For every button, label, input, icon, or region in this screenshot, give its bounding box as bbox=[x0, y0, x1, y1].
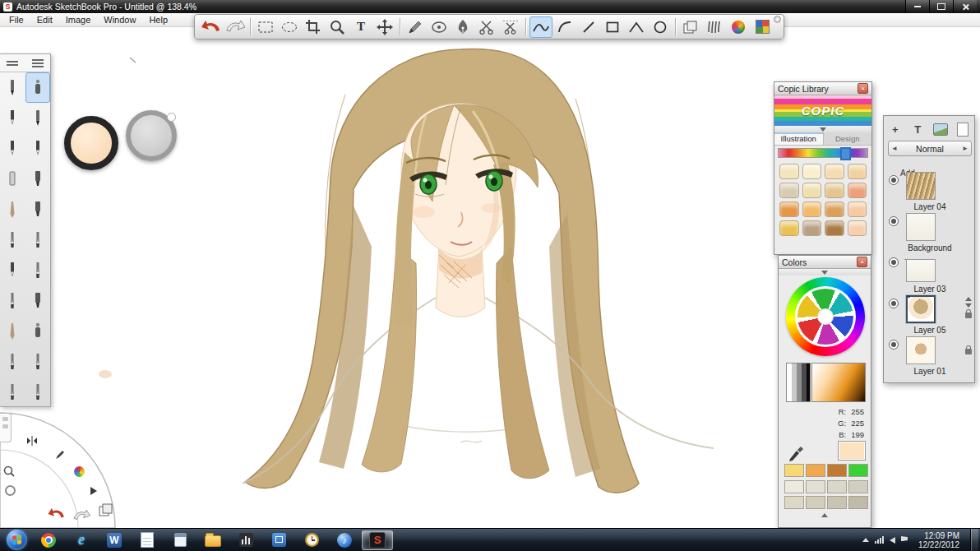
copic-swatch[interactable] bbox=[802, 183, 822, 198]
close-button[interactable] bbox=[953, 0, 977, 13]
brush-pencil[interactable] bbox=[0, 72, 25, 103]
layer-row-04[interactable]: Layer 04 bbox=[886, 170, 973, 211]
color-wheel[interactable] bbox=[786, 277, 865, 356]
move-layer-down-icon[interactable] bbox=[965, 303, 972, 308]
copic-panel-header[interactable]: Copic Library × bbox=[774, 82, 871, 95]
arc-tool[interactable] bbox=[553, 16, 576, 38]
layer-visibility-icon[interactable] bbox=[889, 340, 899, 350]
layer-row-05-selected[interactable]: Layer 05 bbox=[886, 294, 973, 335]
copic-swatch[interactable] bbox=[848, 183, 867, 198]
grayscale-picker[interactable] bbox=[786, 363, 811, 402]
copic-swatch[interactable] bbox=[848, 164, 867, 179]
taskbar-app-internet-explorer[interactable]: e bbox=[66, 530, 97, 550]
copic-swatch[interactable] bbox=[848, 220, 867, 236]
colors-expand-strip[interactable] bbox=[779, 513, 871, 517]
taskbar-app-clock[interactable] bbox=[296, 530, 327, 550]
hue-selection-marker[interactable] bbox=[840, 147, 851, 160]
brush-pencil-2[interactable] bbox=[25, 103, 51, 133]
current-color-swatch[interactable] bbox=[838, 441, 866, 461]
magnifier-puck-icon[interactable] bbox=[3, 465, 15, 477]
menu-image[interactable]: Image bbox=[59, 15, 98, 25]
colors-close-icon[interactable]: × bbox=[857, 257, 867, 267]
copic-swatch[interactable] bbox=[779, 220, 799, 236]
layer-thumbnail[interactable] bbox=[906, 172, 936, 200]
import-image-button[interactable] bbox=[932, 122, 949, 137]
taskbar-app-folder[interactable] bbox=[197, 530, 229, 550]
copic-swatch[interactable] bbox=[848, 201, 867, 217]
layer-visibility-icon[interactable] bbox=[889, 257, 899, 267]
brush-flat-2[interactable] bbox=[0, 285, 25, 316]
play-flick-icon[interactable] bbox=[90, 487, 97, 495]
layer-thumbnail[interactable] bbox=[906, 213, 936, 241]
redo-tool[interactable] bbox=[224, 16, 247, 38]
layer-thumbnail[interactable] bbox=[906, 295, 936, 323]
undo-tool[interactable] bbox=[200, 16, 223, 38]
copic-swatch[interactable] bbox=[779, 201, 799, 217]
brush-pen-4[interactable] bbox=[0, 255, 25, 285]
layer-visibility-icon[interactable] bbox=[889, 299, 899, 308]
brush-flat-4[interactable] bbox=[25, 377, 51, 407]
taskbar-app-word[interactable]: W bbox=[99, 530, 130, 550]
brush-palette-tool[interactable] bbox=[703, 16, 726, 38]
text-layer-button[interactable]: T bbox=[909, 122, 926, 137]
brush-round-2[interactable] bbox=[25, 225, 51, 255]
color-swatch[interactable] bbox=[827, 464, 847, 477]
prev-blend-icon[interactable]: ◄ bbox=[889, 145, 900, 152]
layer-visibility-icon[interactable] bbox=[889, 216, 899, 226]
line-tool[interactable] bbox=[577, 16, 600, 38]
brush-round-3[interactable] bbox=[0, 346, 25, 377]
copic-hue-strip[interactable] bbox=[778, 148, 868, 158]
color-swatch[interactable] bbox=[784, 496, 804, 509]
blend-mode-selector[interactable]: ◄ Normal ► bbox=[888, 141, 972, 156]
copic-swatch[interactable] bbox=[825, 183, 844, 198]
brush-eraser[interactable] bbox=[0, 164, 25, 194]
color-swatch[interactable] bbox=[848, 480, 868, 493]
rectangle-tool[interactable] bbox=[601, 16, 624, 38]
layer-lock-icon[interactable] bbox=[965, 349, 972, 354]
brush-airbrush-selected[interactable] bbox=[25, 72, 51, 103]
network-icon[interactable] bbox=[875, 536, 884, 544]
lagoon-handle[interactable] bbox=[0, 413, 12, 442]
color-swatch[interactable] bbox=[848, 464, 868, 477]
brush-pen-3[interactable] bbox=[25, 133, 51, 164]
new-page-button[interactable] bbox=[955, 122, 971, 137]
colors-collapse-strip[interactable] bbox=[779, 269, 871, 276]
brush-flat-3[interactable] bbox=[0, 377, 25, 407]
brush-round-4[interactable] bbox=[25, 346, 51, 377]
taskbar-app-chrome[interactable] bbox=[33, 530, 64, 550]
color-puck-icon[interactable] bbox=[74, 466, 85, 477]
swatches-tool[interactable] bbox=[751, 16, 774, 38]
slider-settings-icon[interactable] bbox=[7, 61, 18, 66]
menu-file[interactable]: File bbox=[2, 15, 30, 25]
brush-pen-2[interactable] bbox=[0, 133, 25, 164]
cut-line-tool[interactable] bbox=[499, 16, 522, 38]
action-center-flag-icon[interactable] bbox=[901, 536, 908, 541]
tab-design[interactable]: Design bbox=[824, 132, 872, 145]
color-swatch[interactable] bbox=[806, 496, 825, 509]
color-swatch[interactable] bbox=[806, 464, 825, 477]
hidden-icons-chevron[interactable] bbox=[862, 538, 869, 542]
show-desktop-button[interactable] bbox=[970, 529, 978, 551]
layer-thumbnail[interactable] bbox=[906, 336, 936, 364]
colors-panel-header[interactable]: Colors × bbox=[779, 256, 871, 269]
minimize-button[interactable] bbox=[905, 0, 929, 13]
tab-illustration[interactable]: Illustration bbox=[774, 132, 824, 145]
taskbar-app-sketchbook-active[interactable]: S bbox=[362, 530, 393, 550]
color-swatch[interactable] bbox=[784, 480, 804, 493]
brush-round[interactable] bbox=[0, 225, 25, 255]
copic-swatch[interactable] bbox=[779, 183, 799, 198]
brush-marker[interactable] bbox=[25, 164, 51, 194]
pen-nib-tool[interactable] bbox=[451, 16, 474, 38]
copic-collapse-strip[interactable] bbox=[774, 126, 871, 132]
duplicate-layer-tool[interactable] bbox=[679, 16, 702, 38]
color-swatch[interactable] bbox=[827, 496, 847, 509]
color-swatch[interactable] bbox=[806, 480, 825, 493]
polyline-tool[interactable] bbox=[625, 16, 648, 38]
curve-tool-selected[interactable] bbox=[529, 16, 552, 38]
brush-stump-2[interactable] bbox=[0, 316, 25, 346]
taskbar-clock[interactable]: 12:09 PM 12/22/2012 bbox=[913, 531, 964, 549]
text-tool[interactable]: T bbox=[349, 16, 372, 38]
copic-close-icon[interactable]: × bbox=[858, 83, 868, 94]
scissors-tool[interactable] bbox=[475, 16, 498, 38]
taskbar-app-music[interactable] bbox=[230, 530, 261, 550]
